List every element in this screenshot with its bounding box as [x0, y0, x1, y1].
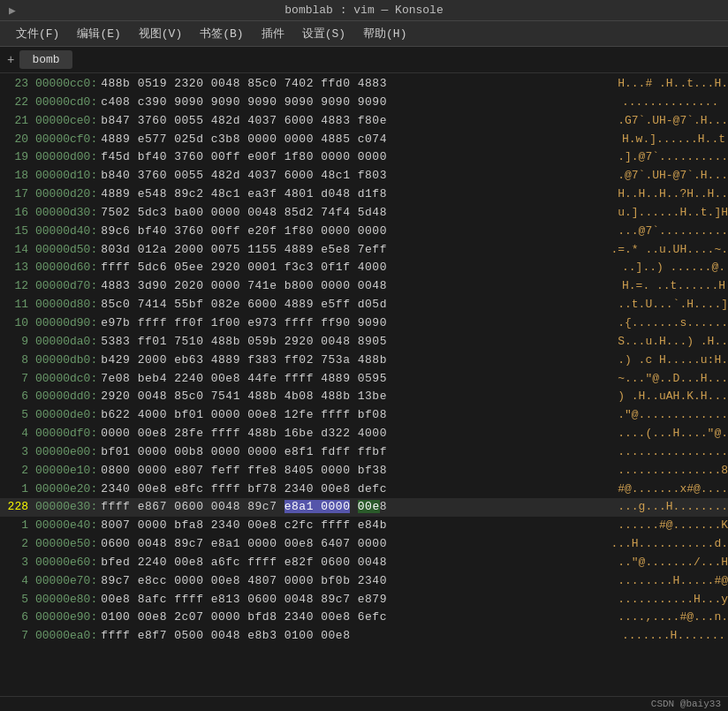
hex-bytes: c408 c390 9090 9090 9090 9090 9090 9090 [101, 95, 615, 111]
hex-address: 00000d60: [35, 260, 97, 276]
line-number: 12 [4, 278, 35, 295]
footer-note: CSDN @baiy33 [0, 696, 728, 711]
hex-address: 00000d10: [35, 168, 97, 185]
table-row: 22800000e30:ffff e867 0600 0048 89c7 e8a… [0, 498, 728, 517]
ascii-repr: ) .H..uAH.K.H... [618, 389, 728, 405]
line-number: 2 [4, 463, 35, 480]
ascii-repr: ....,....#@...n. [618, 609, 728, 626]
ascii-repr: ."@............. [618, 407, 728, 424]
table-row: 700000ea0:ffff e8f7 0500 0048 e8b3 0100 … [0, 627, 728, 646]
ascii-repr: S...u.H...) .H.. [618, 334, 728, 351]
hex-bytes: ffff 5dc6 05ee 2920 0001 f3c3 0f1f 4000 [101, 260, 615, 276]
new-tab-button[interactable]: + [7, 53, 14, 67]
table-row: 100000e20:2340 00e8 e8fc ffff bf78 2340 … [0, 480, 728, 499]
menu-item[interactable]: 插件 [253, 24, 293, 43]
hex-address: 00000cc0: [35, 76, 97, 93]
table-row: 200000e50:0600 0048 89c7 e8a1 0000 00e8 … [0, 535, 728, 554]
ascii-repr: .......H....... [622, 628, 728, 645]
hex-bytes: 5383 ff01 7510 488b 059b 2920 0048 8905 [101, 334, 610, 351]
hex-address: 00000d90: [35, 315, 97, 332]
tab-bar: + bomb [0, 47, 728, 73]
hex-address: 00000dc0: [35, 371, 97, 388]
table-row: 2000000cf0:4889 e577 025d c3b8 0000 0000… [0, 131, 728, 149]
line-number: 6 [4, 609, 35, 626]
ascii-repr: H.=. ..t......H [622, 278, 728, 295]
line-number: 2 [4, 536, 35, 553]
line-number: 20 [4, 132, 35, 148]
line-number: 7 [4, 371, 35, 388]
table-row: 1400000d50:803d 012a 2000 0075 1155 4889… [0, 241, 728, 260]
menu-item[interactable]: 帮助(H) [354, 24, 415, 43]
ascii-repr: ......#@.......K [618, 518, 728, 534]
hex-address: 00000cf0: [35, 132, 97, 148]
table-row: 2100000ce0:b847 3760 0055 482d 4037 6000… [0, 112, 728, 131]
line-number: 5 [4, 592, 35, 609]
ascii-repr: ....(...H...."@. [618, 426, 728, 442]
title-bar: ▶ bomblab : vim — Konsole [0, 0, 728, 21]
table-row: 300000e00:bf01 0000 00b8 0000 0000 e8f1 … [0, 443, 728, 462]
line-number: 18 [4, 168, 35, 185]
hex-bytes: 803d 012a 2000 0075 1155 4889 e5e8 7eff [101, 242, 603, 259]
ascii-repr: ...H...........d. [610, 536, 728, 553]
hex-address: 00000d40: [35, 223, 97, 240]
ascii-repr: ........H.....#@ [618, 573, 728, 590]
hex-address: 00000cd0: [35, 95, 97, 111]
line-number: 9 [4, 334, 35, 351]
hex-bytes: bfed 2240 00e8 a6fc ffff e82f 0600 0048 [101, 555, 610, 571]
menu-item[interactable]: 设置(S) [293, 24, 354, 43]
table-row: 1600000d30:7502 5dc3 ba00 0000 0048 85d2… [0, 204, 728, 223]
line-number: 11 [4, 297, 35, 314]
ascii-repr: ...@7`.......... [618, 223, 728, 240]
hex-bytes: 4889 e548 89c2 48c1 ea3f 4801 d048 d1f8 [101, 186, 610, 203]
line-number: 13 [4, 260, 35, 276]
hex-bytes: 0800 0000 e807 feff ffe8 8405 0000 bf38 [101, 463, 610, 480]
menu-item[interactable]: 文件(F) [7, 24, 68, 43]
hex-bytes: 4889 e577 025d c3b8 0000 0000 4885 c074 [101, 132, 615, 148]
hex-address: 00000e30: [35, 499, 97, 516]
table-row: 500000de0:b622 4000 bf01 0000 00e8 12fe … [0, 406, 728, 425]
line-number: 1 [4, 518, 35, 534]
table-row: 1300000d60:ffff 5dc6 05ee 2920 0001 f3c3… [0, 259, 728, 277]
line-number: 15 [4, 223, 35, 240]
menu-item[interactable]: 书签(B) [191, 24, 252, 43]
line-number: 3 [4, 444, 35, 461]
ascii-repr: .G7`.UH-@7`.H... [618, 113, 728, 130]
ascii-repr: ...g...H........ [618, 499, 728, 516]
line-number: 19 [4, 149, 35, 166]
hex-address: 00000da0: [35, 334, 97, 351]
hex-bytes: 2340 00e8 e8fc ffff bf78 2340 00e8 defc [101, 481, 610, 498]
hex-address: 00000e00: [35, 444, 97, 461]
tab-bomb[interactable]: bomb [19, 50, 72, 69]
hex-bytes: f45d bf40 3760 00ff e00f 1f80 0000 0000 [101, 149, 610, 166]
menu-item[interactable]: 视图(V) [130, 24, 191, 43]
ascii-repr: ................ [618, 444, 728, 461]
line-number: 7 [4, 628, 35, 645]
menu-item[interactable]: 编辑(E) [68, 24, 129, 43]
table-row: 1500000d40:89c6 bf40 3760 00ff e20f 1f80… [0, 223, 728, 241]
table-row: 2300000cc0:488b 0519 2320 0048 85c0 7402… [0, 75, 728, 94]
line-number: 3 [4, 555, 35, 571]
ascii-repr: H...# .H..t...H. [618, 76, 728, 93]
line-number: 16 [4, 205, 35, 222]
hex-bytes: 0600 0048 89c7 e8a1 0000 00e8 6407 0000 [101, 536, 603, 553]
hex-address: 00000de0: [35, 407, 97, 424]
hex-address: 00000d00: [35, 149, 97, 166]
line-number: 22 [4, 95, 35, 111]
menu-bar: 文件(F)编辑(E)视图(V)书签(B)插件设置(S)帮助(H) [0, 21, 728, 47]
hex-bytes: 488b 0519 2320 0048 85c0 7402 ffd0 4883 [101, 76, 610, 93]
hex-bytes: 2920 0048 85c0 7541 488b 4b08 488b 13be [101, 389, 610, 405]
line-number: 17 [4, 186, 35, 203]
hex-address: 00000d50: [35, 242, 97, 259]
hex-bytes: ffff e8f7 0500 0048 e8b3 0100 00e8 [101, 628, 615, 645]
line-number: 228 [4, 499, 35, 516]
hex-bytes: e97b ffff ff0f 1f00 e973 ffff ff90 9090 [101, 315, 610, 332]
table-row: 1000000d90:e97b ffff ff0f 1f00 e973 ffff… [0, 314, 728, 333]
hex-bytes: ffff e867 0600 0048 89c7 e8a1 0000 00e8 [101, 499, 610, 516]
hex-bytes: 85c0 7414 55bf 082e 6000 4889 e5ff d05d [101, 297, 610, 314]
ascii-repr: .@7`.UH-@7`.H... [618, 168, 728, 185]
ascii-repr: .) .c H.....u:H. [618, 352, 728, 369]
line-number: 5 [4, 407, 35, 424]
line-number: 8 [4, 352, 35, 369]
table-row: 1200000d70:4883 3d90 2020 0000 741e b800… [0, 277, 728, 296]
hex-bytes: b622 4000 bf01 0000 00e8 12fe ffff bf08 [101, 407, 610, 424]
